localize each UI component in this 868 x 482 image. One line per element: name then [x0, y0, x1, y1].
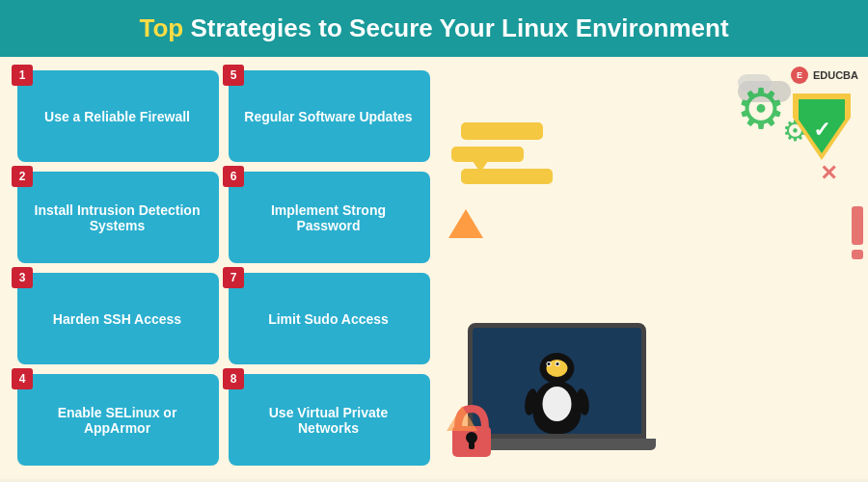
strategy-card-3: 3 Harden SSH Access: [17, 273, 219, 364]
badge-8: 8: [223, 368, 244, 389]
deco-triangle-icon: [447, 406, 477, 431]
strategy-label-3: Harden SSH Access: [53, 311, 181, 327]
title-highlight: Top: [139, 13, 183, 42]
x-mark-icon: ✕: [820, 161, 837, 186]
page-header: Top Strategies to Secure Your Linux Envi…: [0, 0, 868, 57]
svg-rect-5: [469, 442, 475, 449]
badge-7: 7: [223, 267, 244, 288]
page-title: Top Strategies to Secure Your Linux Envi…: [19, 13, 849, 43]
brand-logo: E EDUCBA: [791, 67, 858, 84]
badge-3: 3: [12, 267, 33, 288]
strategy-card-2: 2 Install Intrusion Detection Systems: [17, 172, 219, 263]
badge-4: 4: [12, 368, 33, 389]
exclaim-bar-1: [852, 206, 863, 245]
title-main: Strategies to Secure Your Linux Environm…: [190, 13, 728, 42]
strategy-label-7: Limit Sudo Access: [268, 311, 389, 327]
strategy-label-5: Regular Software Updates: [244, 109, 412, 124]
chat-bubble-2: [451, 147, 524, 162]
badge-5: 5: [223, 65, 244, 86]
badge-6: 6: [223, 166, 244, 187]
strategy-label-8: Use Virtual Private Networks: [238, 405, 419, 436]
tux-penguin: [526, 353, 588, 434]
main-content: 1 Use a Reliable Firewall 5 Regular Soft…: [0, 57, 868, 479]
exclaim-bar-2: [852, 250, 863, 259]
gear-large-icon: ⚙: [736, 81, 786, 137]
strategy-grid: 1 Use a Reliable Firewall 5 Regular Soft…: [0, 57, 444, 479]
laptop-base: [468, 439, 656, 450]
brand-name: EDUCBA: [813, 69, 858, 81]
strategy-label-6: Implement Strong Password: [238, 202, 419, 233]
svg-text:✓: ✓: [813, 118, 830, 142]
illustration-panel: E EDUCBA ⚙ ⚙ ✓ ✕: [444, 57, 868, 479]
brand-icon: E: [791, 67, 808, 84]
warning-triangle-icon: [448, 209, 483, 238]
strategy-label-4: Enable SELinux or AppArmor: [27, 405, 207, 436]
strategy-label-1: Use a Reliable Firewall: [44, 109, 190, 124]
strategy-card-1: 1 Use a Reliable Firewall: [17, 70, 219, 162]
bubble-pointer: [473, 161, 488, 173]
strategy-label-2: Install Intrusion Detection Systems: [27, 202, 207, 233]
shield-icon: ✓: [791, 91, 854, 163]
strategy-card-7: 7 Limit Sudo Access: [229, 273, 430, 364]
strategy-card-4: 4 Enable SELinux or AppArmor: [17, 374, 219, 466]
badge-2: 2: [12, 166, 33, 187]
laptop: [468, 323, 656, 450]
strategy-card-6: 6 Implement Strong Password: [229, 172, 430, 263]
strategy-card-8: 8 Use Virtual Private Networks: [229, 374, 430, 466]
chat-bubble-1: [461, 122, 543, 140]
strategy-card-5: 5 Regular Software Updates: [229, 70, 430, 162]
badge-1: 1: [12, 65, 33, 86]
